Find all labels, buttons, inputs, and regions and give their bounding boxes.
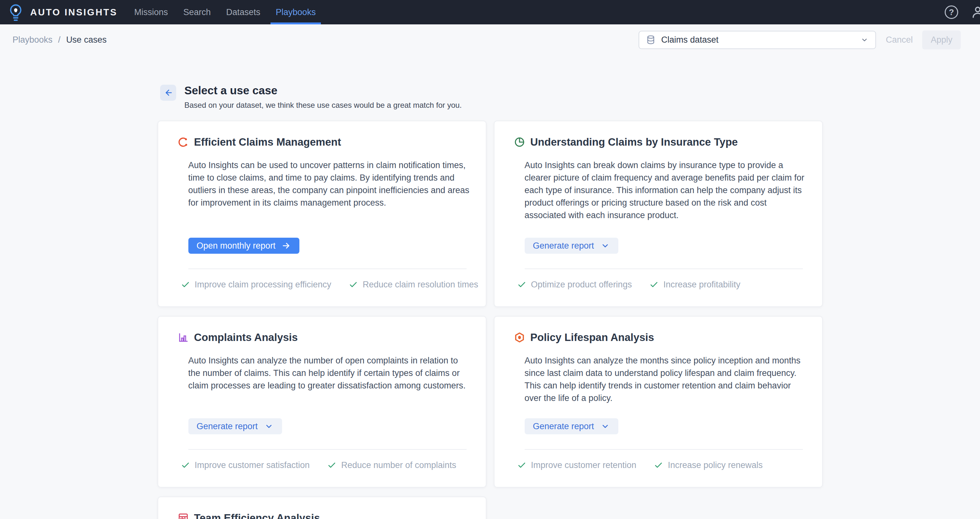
benefit-label: Increase policy renewals bbox=[668, 460, 763, 470]
page-subtitle: Based on your dataset, we think these us… bbox=[185, 101, 462, 110]
main-content: Select a use case Based on your dataset,… bbox=[158, 84, 823, 519]
benefits-row: Improve customer satisfaction Reduce num… bbox=[181, 459, 466, 471]
bar-chart-icon bbox=[177, 332, 189, 343]
benefit-item: Improve customer satisfaction bbox=[181, 460, 310, 470]
check-icon bbox=[181, 280, 190, 289]
back-button[interactable] bbox=[160, 85, 176, 101]
benefit-item: Optimize product offerings bbox=[517, 280, 632, 290]
divider bbox=[525, 449, 803, 450]
hexagon-target-icon bbox=[514, 332, 525, 343]
card-head: Team Efficiency Analysis bbox=[177, 512, 466, 519]
benefit-label: Improve claim processing efficiency bbox=[195, 280, 331, 290]
use-case-card-complaints: Complaints Analysis Auto Insights can an… bbox=[158, 316, 487, 487]
dataset-select[interactable]: Claims dataset bbox=[639, 31, 876, 49]
divider bbox=[525, 268, 803, 269]
appbar-right: ? bbox=[945, 5, 980, 19]
benefit-item: Reduce number of complaints bbox=[327, 460, 456, 470]
benefits-row: Improve customer retention Increase poli… bbox=[517, 459, 803, 471]
cancel-button[interactable]: Cancel bbox=[886, 35, 913, 45]
check-icon bbox=[649, 280, 659, 289]
check-icon bbox=[327, 460, 337, 470]
card-actions: Generate report bbox=[525, 238, 803, 254]
lightbulb-icon[interactable] bbox=[8, 3, 23, 22]
card-description: Auto Insights can break down claims by i… bbox=[525, 159, 807, 222]
page-title: Select a use case bbox=[185, 84, 462, 97]
nav-item-search[interactable]: Search bbox=[175, 0, 218, 24]
card-head: Efficient Claims Management bbox=[177, 136, 466, 148]
breadcrumb-current: Use cases bbox=[66, 35, 107, 44]
brand-title: AUTO INSIGHTS bbox=[30, 7, 118, 17]
card-title: Team Efficiency Analysis bbox=[194, 512, 320, 519]
card-head: Complaints Analysis bbox=[177, 331, 466, 344]
chevron-down-icon bbox=[860, 35, 869, 44]
check-icon bbox=[517, 460, 527, 470]
breadcrumb-playbooks[interactable]: Playbooks bbox=[13, 35, 52, 44]
benefit-label: Improve customer retention bbox=[531, 460, 636, 470]
card-description: Auto Insights can analyze the number of … bbox=[188, 354, 470, 392]
benefit-item: Increase policy renewals bbox=[654, 460, 763, 470]
card-title: Efficient Claims Management bbox=[194, 136, 341, 148]
use-case-card-claims-by-type: Understanding Claims by Insurance Type A… bbox=[494, 121, 823, 307]
generate-report-button[interactable]: Generate report bbox=[525, 238, 619, 254]
card-head: Understanding Claims by Insurance Type bbox=[514, 136, 803, 148]
toolbar-actions: Claims dataset Cancel Apply bbox=[639, 30, 961, 49]
nav-item-datasets[interactable]: Datasets bbox=[218, 0, 268, 24]
nav-item-missions[interactable]: Missions bbox=[126, 0, 175, 24]
card-title: Understanding Claims by Insurance Type bbox=[530, 136, 738, 148]
use-case-card-policy-lifespan: Policy Lifespan Analysis Auto Insights c… bbox=[494, 316, 823, 487]
benefits-row: Optimize product offerings Increase prof… bbox=[517, 278, 803, 291]
benefit-label: Optimize product offerings bbox=[531, 280, 632, 290]
dataset-select-value: Claims dataset bbox=[661, 35, 719, 45]
heading-block: Select a use case Based on your dataset,… bbox=[160, 84, 823, 110]
apply-button[interactable]: Apply bbox=[922, 30, 961, 49]
benefit-item: Improve claim processing efficiency bbox=[181, 280, 331, 290]
chevron-down-icon bbox=[264, 422, 274, 431]
arrow-left-icon bbox=[163, 88, 173, 97]
card-title: Complaints Analysis bbox=[194, 331, 298, 344]
breadcrumb-separator: / bbox=[58, 35, 60, 44]
card-actions: Generate report bbox=[188, 418, 466, 434]
generate-report-button[interactable]: Generate report bbox=[188, 418, 282, 434]
benefit-item: Improve customer retention bbox=[517, 460, 636, 470]
divider bbox=[188, 449, 466, 450]
database-icon bbox=[646, 35, 656, 45]
nav-item-playbooks[interactable]: Playbooks bbox=[268, 0, 323, 24]
card-title: Policy Lifespan Analysis bbox=[530, 331, 654, 344]
use-case-card-team-efficiency: Team Efficiency Analysis bbox=[158, 497, 487, 519]
use-case-grid: Efficient Claims Management Auto Insight… bbox=[158, 121, 823, 519]
toolbar: Playbooks / Use cases Claims dataset Can… bbox=[0, 24, 980, 55]
breadcrumb: Playbooks / Use cases bbox=[13, 35, 107, 45]
divider bbox=[188, 268, 466, 269]
pie-chart-icon bbox=[514, 136, 525, 148]
cycle-icon bbox=[177, 136, 189, 148]
benefit-label: Reduce claim resolution times bbox=[363, 280, 478, 290]
generate-report-button[interactable]: Generate report bbox=[525, 418, 619, 434]
card-actions: Open monthly report bbox=[188, 238, 466, 254]
use-case-card-efficient-claims: Efficient Claims Management Auto Insight… bbox=[158, 121, 487, 307]
app-header: AUTO INSIGHTS Missions Search Datasets P… bbox=[0, 0, 980, 24]
card-description: Auto Insights can be used to uncover pat… bbox=[188, 159, 470, 209]
card-description: Auto Insights can analyze the months sin… bbox=[525, 354, 807, 405]
benefits-row: Improve claim processing efficiency Redu… bbox=[181, 278, 466, 291]
grid-table-icon bbox=[177, 512, 189, 519]
check-icon bbox=[654, 460, 663, 470]
benefit-label: Improve customer satisfaction bbox=[195, 460, 310, 470]
benefit-item: Reduce claim resolution times bbox=[348, 280, 478, 290]
card-head: Policy Lifespan Analysis bbox=[514, 331, 803, 344]
benefit-label: Reduce number of complaints bbox=[341, 460, 456, 470]
heading-text: Select a use case Based on your dataset,… bbox=[185, 84, 462, 110]
chevron-down-icon bbox=[600, 241, 610, 251]
check-icon bbox=[348, 280, 358, 289]
card-actions: Generate report bbox=[525, 418, 803, 434]
user-icon[interactable] bbox=[970, 5, 980, 19]
chevron-down-icon bbox=[600, 422, 610, 431]
arrow-right-icon bbox=[282, 241, 291, 251]
check-icon bbox=[181, 460, 190, 470]
main-nav: Missions Search Datasets Playbooks bbox=[126, 0, 323, 24]
help-icon[interactable]: ? bbox=[945, 5, 958, 19]
benefit-label: Increase profitability bbox=[663, 280, 740, 290]
open-monthly-report-button[interactable]: Open monthly report bbox=[188, 238, 299, 254]
check-icon bbox=[517, 280, 527, 289]
benefit-item: Increase profitability bbox=[649, 280, 740, 290]
